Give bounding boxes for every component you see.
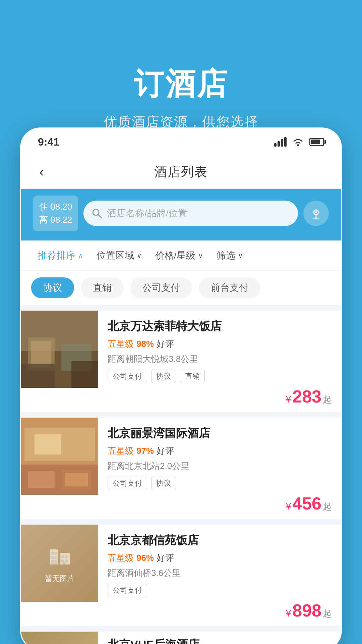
hotel-review-2: 好评 — [157, 445, 174, 457]
search-area: 住 08.20 离 08.22 酒店名称/品牌/位置 — [21, 189, 341, 240]
filter-recommended[interactable]: 推荐排序 ∧ — [31, 249, 90, 262]
tab-front-desk[interactable]: 前台支付 — [199, 277, 260, 298]
hotel-price-1: 283 — [292, 388, 321, 405]
search-input-wrap[interactable]: 酒店名称/品牌/位置 — [83, 201, 298, 226]
tab-agreement[interactable]: 协议 — [31, 277, 74, 298]
phone-frame: 9:41 ‹ 酒店列表 住 08.20 离 08.22 — [20, 127, 342, 644]
svg-rect-29 — [55, 560, 57, 565]
filter-price[interactable]: 价格/星级 ∨ — [148, 249, 210, 262]
search-input[interactable]: 酒店名称/品牌/位置 — [107, 207, 187, 220]
tab-company-pay[interactable]: 公司支付 — [130, 277, 192, 298]
check-in-label: 住 08.20 — [39, 200, 72, 213]
check-out-label: 离 08.22 — [39, 213, 72, 226]
svg-rect-10 — [31, 341, 51, 368]
status-time: 9:41 — [38, 136, 59, 148]
svg-rect-25 — [55, 552, 57, 555]
svg-rect-12 — [21, 364, 55, 388]
hotel-image-3: 暂无图片 — [21, 525, 98, 602]
hotel-star-1: 五星级 — [108, 338, 134, 350]
svg-rect-26 — [51, 556, 54, 559]
hotel-image-1 — [21, 311, 98, 388]
hotel-card-2[interactable]: 北京丽景湾国际酒店 五星级 97% 好评 距离北京北站2.0公里 公司支付 协议… — [21, 418, 341, 519]
tab-direct[interactable]: 直销 — [81, 277, 124, 298]
hotel-image-svg-2 — [21, 418, 98, 495]
date-badge[interactable]: 住 08.20 离 08.22 — [33, 196, 78, 231]
filter-bar: 推荐排序 ∧ 位置区域 ∨ 价格/星级 ∨ 筛选 ∨ — [21, 240, 341, 271]
svg-rect-27 — [55, 556, 57, 559]
hotel-card-3[interactable]: 暂无图片 北京京都信苑饭店 五星级 96% 好评 距离酒仙桥3.6公里 公司支付… — [21, 525, 341, 626]
hotel-tag-company-pay-2: 公司支付 — [108, 477, 147, 490]
filter-price-arrow: ∨ — [198, 252, 203, 260]
search-icon — [92, 208, 102, 219]
hotel-score-2: 97% — [136, 446, 154, 456]
hotel-score-1: 98% — [136, 339, 154, 349]
hotel-review-3: 好评 — [157, 552, 174, 564]
svg-rect-19 — [28, 471, 55, 488]
nav-title: 酒店列表 — [154, 163, 208, 180]
svg-rect-13 — [71, 361, 98, 388]
svg-point-0 — [297, 144, 299, 146]
hotel-name-2: 北京丽景湾国际酒店 — [108, 426, 331, 441]
hotel-name-4: 北京VUE后海酒店 — [108, 637, 331, 644]
wifi-icon — [292, 137, 304, 147]
hotel-rating-1: 五星级 98% 好评 — [108, 338, 331, 350]
filter-location-label: 位置区域 — [97, 249, 134, 262]
page-title: 订酒店 — [134, 64, 228, 105]
filter-more-label: 筛选 — [217, 249, 235, 262]
hotel-tag-direct-1: 直销 — [180, 370, 205, 383]
hotel-name-1: 北京万达索菲特大饭店 — [108, 319, 331, 334]
filter-more[interactable]: 筛选 ∨ — [210, 249, 250, 262]
hotel-tag-agreement-2: 协议 — [151, 477, 176, 490]
svg-line-2 — [98, 215, 101, 218]
hotel-score-3: 96% — [136, 553, 154, 563]
hotel-review-1: 好评 — [157, 338, 174, 350]
hotel-tags-3: 公司支付 — [108, 584, 331, 597]
filter-recommended-arrow: ∧ — [78, 252, 83, 260]
hotel-info-3: 北京京都信苑饭店 五星级 96% 好评 距离酒仙桥3.6公里 公司支付 ¥ 89… — [98, 525, 341, 626]
signal-icon — [274, 137, 287, 147]
hotel-card-1[interactable]: 北京万达索菲特大饭店 五星级 98% 好评 距离朝阳大悦城3.8公里 公司支付 … — [21, 311, 341, 412]
hotel-price-row-1: ¥ 283 起 — [108, 388, 331, 406]
hotel-tag-company-pay-1: 公司支付 — [108, 370, 147, 383]
svg-rect-24 — [51, 552, 54, 555]
filter-price-label: 价格/星级 — [155, 249, 195, 262]
hotel-distance-3: 距离酒仙桥3.6公里 — [108, 567, 331, 579]
hotel-distance-2: 距离北京北站2.0公里 — [108, 460, 331, 472]
hotel-price-row-3: ¥ 898 起 — [108, 602, 331, 620]
hotel-tags-2: 公司支付 协议 — [108, 477, 331, 490]
status-bar: 9:41 — [21, 128, 341, 155]
hotel-tag-company-pay-3: 公司支付 — [108, 584, 147, 597]
svg-rect-34 — [63, 562, 65, 565]
nav-bar: ‹ 酒店列表 — [21, 155, 341, 189]
location-icon — [309, 207, 323, 220]
svg-rect-31 — [65, 555, 68, 558]
svg-point-4 — [315, 211, 317, 213]
svg-rect-17 — [35, 434, 61, 454]
hotel-price-row-2: ¥ 456 起 — [108, 495, 331, 513]
hotel-tag-agreement-1: 协议 — [151, 370, 176, 383]
hotel-rating-2: 五星级 97% 好评 — [108, 445, 331, 457]
no-image-text: 暂无图片 — [45, 574, 74, 584]
back-button[interactable]: ‹ — [33, 164, 50, 180]
hotel-image-4 — [21, 632, 98, 644]
filter-more-arrow: ∨ — [238, 252, 243, 260]
svg-rect-33 — [65, 559, 68, 562]
hotel-image-2 — [21, 418, 98, 495]
hotel-distance-1: 距离朝阳大悦城3.8公里 — [108, 353, 331, 365]
hotel-rating-3: 五星级 96% 好评 — [108, 552, 331, 564]
tab-bar: 协议 直销 公司支付 前台支付 — [21, 271, 341, 305]
filter-location[interactable]: 位置区域 ∨ — [90, 249, 148, 262]
filter-location-arrow: ∨ — [137, 252, 142, 260]
hotel-info-2: 北京丽景湾国际酒店 五星级 97% 好评 距离北京北站2.0公里 公司支付 协议… — [98, 418, 341, 519]
hotel-list: 北京万达索菲特大饭店 五星级 98% 好评 距离朝阳大悦城3.8公里 公司支付 … — [21, 305, 341, 644]
hotel-card-4[interactable]: 北京VUE后海酒店 — [21, 632, 341, 644]
hotel-image-svg-1 — [21, 311, 98, 388]
hotel-tags-1: 公司支付 协议 直销 — [108, 370, 331, 383]
hotel-name-3: 北京京都信苑饭店 — [108, 533, 331, 548]
location-button[interactable] — [303, 201, 329, 226]
hotel-price-2: 456 — [292, 495, 321, 512]
filter-recommended-label: 推荐排序 — [38, 249, 75, 262]
hotel-price-3: 898 — [292, 602, 321, 619]
building-icon — [48, 543, 71, 571]
hotel-info-4: 北京VUE后海酒店 — [98, 632, 341, 644]
